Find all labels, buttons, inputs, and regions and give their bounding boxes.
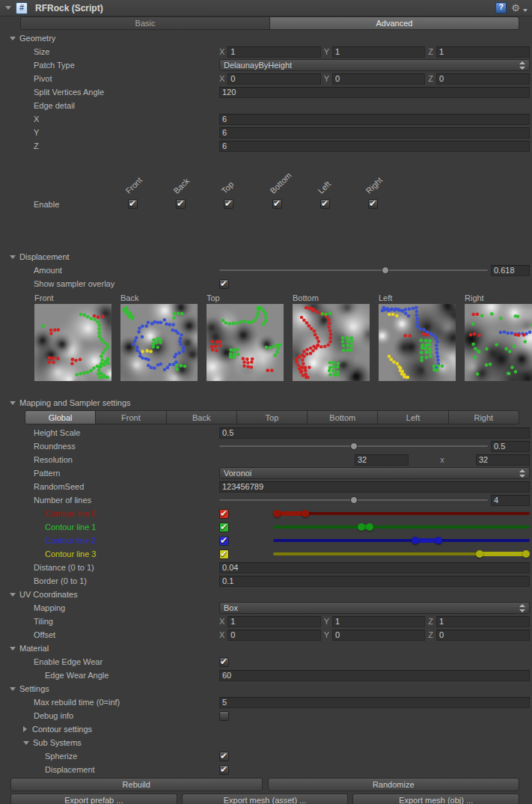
- section-displacement[interactable]: Displacement: [0, 250, 532, 264]
- tiling-x-prefix: X: [219, 617, 224, 626]
- border-label: Border (0 to 1): [0, 576, 219, 585]
- enable-back-checkbox[interactable]: [176, 199, 186, 209]
- toolbar-right[interactable]: Right: [449, 410, 519, 424]
- edge-detail-z-label: Z: [0, 141, 219, 150]
- number-of-lines-slider[interactable]: [219, 493, 488, 507]
- section-uv-coordinates[interactable]: UV Coordinates: [0, 588, 532, 601]
- export-mesh-obj-button[interactable]: Export mesh (obj) ...: [352, 794, 519, 804]
- pivot-y-field[interactable]: 0: [332, 73, 425, 85]
- tab-advanced[interactable]: Advanced: [270, 16, 519, 30]
- size-z-field[interactable]: 1: [436, 46, 530, 58]
- export-mesh-asset-button[interactable]: Export mesh (asset) ...: [182, 794, 349, 804]
- section-geometry[interactable]: Geometry: [0, 31, 532, 45]
- tiling-z-field[interactable]: 1: [436, 616, 530, 627]
- section-contour-settings[interactable]: Contour settings: [0, 722, 532, 736]
- edge-detail-z-field[interactable]: 6: [219, 141, 530, 152]
- uv-mapping-dropdown[interactable]: Box: [219, 602, 530, 614]
- export-prefab-button[interactable]: Export prefab ...: [10, 794, 177, 804]
- tab-basic[interactable]: Basic: [20, 16, 270, 30]
- section-sub-systems[interactable]: Sub Systems: [0, 736, 532, 749]
- contour-line-3-checkbox[interactable]: [219, 549, 229, 559]
- size-row: Size X1 Y1 Z1: [0, 45, 532, 58]
- edge-detail-y-field[interactable]: 6: [219, 127, 530, 138]
- toolbar-top[interactable]: Top: [237, 410, 308, 424]
- toolbar-back[interactable]: Back: [167, 410, 237, 424]
- rebuild-button[interactable]: Rebuild: [10, 778, 263, 791]
- pivot-x-field[interactable]: 0: [227, 73, 320, 85]
- face-label-bottom: Bottom: [269, 171, 293, 195]
- height-scale-field[interactable]: 0.5: [219, 427, 530, 439]
- debug-info-row: Debug info: [0, 709, 532, 722]
- patch-type-dropdown[interactable]: DelaunayByHeight: [219, 59, 530, 71]
- section-mapping-sampler[interactable]: Mapping and Sampler settings: [0, 396, 532, 409]
- number-of-lines-value-field[interactable]: 4: [491, 495, 530, 506]
- enable-right-checkbox[interactable]: [368, 199, 378, 209]
- contour-line-1-label: Contour line 1: [0, 523, 219, 532]
- enable-left-checkbox[interactable]: [320, 199, 330, 209]
- distance-field[interactable]: 0.04: [219, 562, 530, 573]
- tiling-z-prefix: Z: [428, 617, 433, 626]
- size-z-prefix: Z: [428, 47, 433, 56]
- help-icon[interactable]: ?: [495, 2, 507, 13]
- pivot-z-field[interactable]: 0: [436, 73, 530, 85]
- show-sampler-overlay-checkbox[interactable]: [219, 279, 229, 289]
- preview-texture-front: [34, 304, 111, 381]
- inspector-panel: # RFRock (Script) ? ⚙ Basic Advanced Geo…: [0, 0, 532, 804]
- face-label-back: Back: [172, 176, 192, 195]
- resolution-x-separator: x: [412, 455, 473, 464]
- roundness-value-field[interactable]: 0.5: [491, 441, 530, 452]
- gear-icon[interactable]: ⚙: [511, 3, 520, 13]
- edge-detail-x-field[interactable]: 6: [219, 114, 530, 125]
- pivot-z-prefix: Z: [428, 74, 433, 83]
- debug-info-checkbox[interactable]: [219, 711, 229, 721]
- amount-value-field[interactable]: 0.618: [491, 265, 530, 276]
- section-settings[interactable]: Settings: [0, 682, 532, 695]
- contour-line-3-row: Contour line 3: [0, 547, 532, 561]
- pattern-dropdown[interactable]: Voronoi: [219, 467, 530, 479]
- contour-line-2-range-slider[interactable]: [273, 534, 530, 547]
- contour-line-2-checkbox[interactable]: [219, 536, 229, 546]
- contour-line-3-range-slider[interactable]: [273, 547, 530, 561]
- random-seed-field[interactable]: 123456789: [219, 481, 530, 493]
- spherize-checkbox[interactable]: [219, 752, 229, 761]
- size-x-field[interactable]: 1: [227, 46, 320, 58]
- resolution-width-field[interactable]: 32: [355, 454, 409, 466]
- pivot-x-prefix: X: [219, 74, 224, 83]
- split-vertices-angle-field[interactable]: 120: [219, 87, 530, 98]
- tiling-x-field[interactable]: 1: [227, 616, 320, 627]
- foldout-open-icon: [10, 37, 16, 40]
- offset-x-field[interactable]: 0: [227, 630, 320, 641]
- border-field[interactable]: 0.1: [219, 576, 530, 587]
- edge-wear-angle-field[interactable]: 60: [219, 670, 530, 681]
- resolution-height-field[interactable]: 32: [476, 454, 530, 466]
- amount-slider[interactable]: [219, 264, 488, 277]
- enable-bottom-checkbox[interactable]: [272, 199, 282, 209]
- tiling-y-field[interactable]: 1: [332, 616, 425, 627]
- toolbar-left[interactable]: Left: [378, 410, 448, 424]
- preview-texture-right: [465, 304, 532, 381]
- component-foldout-icon[interactable]: [5, 6, 11, 10]
- face-label-left: Left: [317, 180, 332, 195]
- component-title: RFRock (Script): [35, 3, 103, 13]
- randomize-button[interactable]: Randomize: [268, 778, 520, 791]
- section-material[interactable]: Material: [0, 642, 532, 655]
- toolbar-front[interactable]: Front: [96, 410, 166, 424]
- toolbar-global[interactable]: Global: [25, 410, 96, 424]
- tiling-y-prefix: Y: [324, 617, 329, 626]
- size-y-field[interactable]: 1: [332, 46, 425, 58]
- offset-z-field[interactable]: 0: [436, 630, 530, 641]
- toolbar-bottom[interactable]: Bottom: [308, 410, 378, 424]
- contour-line-0-checkbox[interactable]: [219, 509, 229, 519]
- sub-displacement-checkbox[interactable]: [219, 765, 229, 775]
- max-rebuild-time-field[interactable]: 5: [219, 697, 530, 708]
- enable-edge-wear-checkbox[interactable]: [219, 657, 229, 667]
- contour-line-1-range-slider[interactable]: [273, 520, 530, 534]
- contour-line-1-checkbox[interactable]: [219, 523, 229, 532]
- enable-top-checkbox[interactable]: [224, 199, 233, 209]
- section-mapping-sampler-label: Mapping and Sampler settings: [19, 398, 131, 407]
- height-scale-label: Height Scale: [0, 428, 219, 437]
- offset-y-field[interactable]: 0: [332, 630, 425, 641]
- enable-front-checkbox[interactable]: [128, 199, 138, 209]
- roundness-slider[interactable]: [219, 439, 488, 453]
- contour-line-0-range-slider[interactable]: [273, 507, 530, 520]
